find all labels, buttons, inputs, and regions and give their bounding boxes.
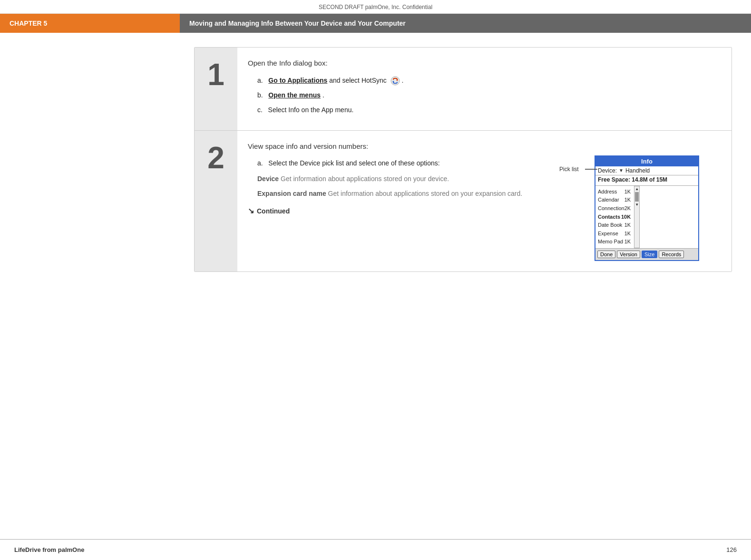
- info-dialog-device-row: Device: ▼ Handheld: [595, 166, 698, 175]
- step-1-link-applications: Go to Applications: [268, 77, 327, 84]
- app-name-datebook: Date Book: [598, 221, 622, 230]
- step-1-item-c-text: Select Info on the App menu.: [268, 106, 354, 114]
- info-dialog-scrollbar-area: Address 1K Calendar 1K: [595, 186, 698, 248]
- app-name-address: Address: [598, 188, 617, 196]
- chapter-title-text: Moving and Managing Info Between Your De…: [189, 19, 406, 27]
- continued: ↘ Continued: [248, 206, 585, 215]
- dialog-btn-done[interactable]: Done: [597, 251, 615, 258]
- step-1-instruction: Open the Info dialog box:: [248, 58, 718, 69]
- pick-list-line-icon: [585, 169, 597, 170]
- step-2-option-expansion-desc: Get information about applications store…: [328, 190, 523, 197]
- scroll-down-icon[interactable]: ▼: [635, 203, 639, 207]
- app-list-item-address: Address 1K: [598, 188, 631, 196]
- step-1-item-a-period: .: [402, 77, 404, 84]
- dialog-btn-version[interactable]: Version: [617, 251, 640, 258]
- step-1-item-a-text: and select HotSync: [329, 77, 389, 84]
- footer-page: 126: [726, 546, 737, 553]
- step-1-number: 1: [195, 48, 237, 130]
- top-header: SECOND DRAFT palmOne, Inc. Confidential: [0, 0, 751, 14]
- step-2-option-expansion-term: Expansion card name: [257, 190, 326, 197]
- chapter-label-text: CHAPTER 5: [10, 19, 47, 27]
- dialog-btn-records[interactable]: Records: [659, 251, 684, 258]
- scroll-up-icon[interactable]: ▲: [635, 187, 639, 191]
- step-1-item-a: a. Go to Applications and select HotSync…: [257, 76, 718, 86]
- step-2-option-device-term: Device: [257, 175, 279, 183]
- app-size-address: 1K: [624, 188, 631, 196]
- step-2: 2 View space info and version numbers: a…: [195, 131, 731, 271]
- app-list-item-calendar: Calendar 1K: [598, 196, 631, 204]
- steps-container: 1 Open the Info dialog box: a. Go to App…: [194, 47, 732, 272]
- app-list-item-datebook: Date Book 1K: [598, 221, 631, 230]
- main-content: 1 Open the Info dialog box: a. Go to App…: [0, 33, 751, 536]
- app-size-calendar: 1K: [624, 196, 631, 204]
- footer-brand: LifeDrive from palmOne: [14, 546, 84, 553]
- chapter-title: Moving and Managing Info Between Your De…: [180, 14, 751, 33]
- step-1-item-a-letter: a.: [257, 77, 266, 84]
- step-1-item-c-letter: c.: [257, 106, 266, 114]
- step-2-options: Device Get information about application…: [257, 174, 585, 199]
- app-list-item-connection: Connection 2K: [598, 204, 631, 213]
- scroll-thumb[interactable]: [635, 192, 639, 202]
- continued-arrow-icon: ↘: [248, 206, 254, 215]
- app-size-datebook: 1K: [624, 221, 631, 230]
- step-1-item-b-period: .: [322, 91, 324, 99]
- chapter-bar: CHAPTER 5 Moving and Managing Info Betwe…: [0, 14, 751, 33]
- step-2-content: View space info and version numbers: a. …: [237, 131, 731, 271]
- step-1-item-b: b. Open the menus .: [257, 90, 718, 100]
- dropdown-arrow-icon: ▼: [619, 168, 624, 173]
- step-1-item-b-letter: b.: [257, 91, 266, 99]
- step-2-item-a-letter: a.: [257, 159, 266, 167]
- footer: LifeDrive from palmOne 126: [0, 539, 751, 560]
- step-2-item-a: a. Select the Device pick list and selec…: [257, 158, 585, 168]
- step-2-option-device-desc: Get information about applications store…: [281, 175, 449, 183]
- info-dialog-device-label: Device:: [598, 167, 617, 174]
- pick-list-label: Pick list: [559, 166, 579, 173]
- app-size-contacts: 10K: [621, 213, 631, 222]
- step-1-item-c: c. Select Info on the App menu.: [257, 105, 718, 115]
- scroll-bar[interactable]: ▲ ▼: [634, 186, 640, 248]
- app-size-connection: 2K: [624, 204, 631, 213]
- chapter-label: CHAPTER 5: [0, 14, 180, 33]
- info-dialog: Info Device: ▼ Handheld Free Space: 14.8…: [595, 155, 699, 261]
- step-1: 1 Open the Info dialog box: a. Go to App…: [195, 48, 731, 131]
- dialog-btn-size[interactable]: Size: [642, 251, 657, 258]
- app-list-item-contacts: Contacts 10K: [598, 213, 631, 222]
- step-1-link-menus: Open the menus: [268, 91, 321, 99]
- svg-point-0: [391, 77, 400, 85]
- app-name-expense: Expense: [598, 230, 618, 238]
- app-size-memopad: 1K: [624, 238, 631, 246]
- step-2-option-device: Device Get information about application…: [257, 174, 585, 184]
- app-size-expense: 1K: [624, 230, 631, 238]
- step-2-item-a-text: Select the Device pick list and select o…: [268, 159, 439, 167]
- app-name-contacts: Contacts: [598, 213, 620, 222]
- top-header-text: SECOND DRAFT palmOne, Inc. Confidential: [319, 4, 432, 10]
- continued-text: Continued: [257, 207, 290, 215]
- app-name-connection: Connection: [598, 204, 624, 213]
- info-dialog-free-space: Free Space: 14.8M of 15M: [595, 175, 698, 186]
- info-dialog-device-value: Handheld: [625, 167, 650, 174]
- step-2-body: View space info and version numbers: a. …: [248, 141, 718, 261]
- right-content: 1 Open the Info dialog box: a. Go to App…: [180, 33, 751, 536]
- app-name-calendar: Calendar: [598, 196, 619, 204]
- info-dialog-buttons: Done Version Size Records: [595, 248, 698, 260]
- app-name-memopad: Memo Pad: [598, 238, 623, 246]
- app-list-item-memopad: Memo Pad 1K: [598, 238, 631, 246]
- info-dialog-wrapper: Pick list Info Device: ▼: [595, 155, 718, 261]
- left-sidebar: [0, 33, 180, 536]
- app-list-item-expense: Expense 1K: [598, 230, 631, 238]
- hotsync-icon: [390, 76, 400, 86]
- step-2-text: View space info and version numbers: a. …: [248, 141, 585, 261]
- step-1-content: Open the Info dialog box: a. Go to Appli…: [237, 48, 731, 130]
- info-dialog-title: Info: [595, 156, 698, 166]
- step-2-number: 2: [195, 131, 237, 271]
- step-2-image: Pick list Info Device: ▼: [595, 141, 718, 261]
- info-dialog-app-list: Address 1K Calendar 1K: [595, 186, 633, 248]
- step-2-instruction: View space info and version numbers:: [248, 141, 585, 152]
- step-2-option-expansion: Expansion card name Get information abou…: [257, 189, 585, 199]
